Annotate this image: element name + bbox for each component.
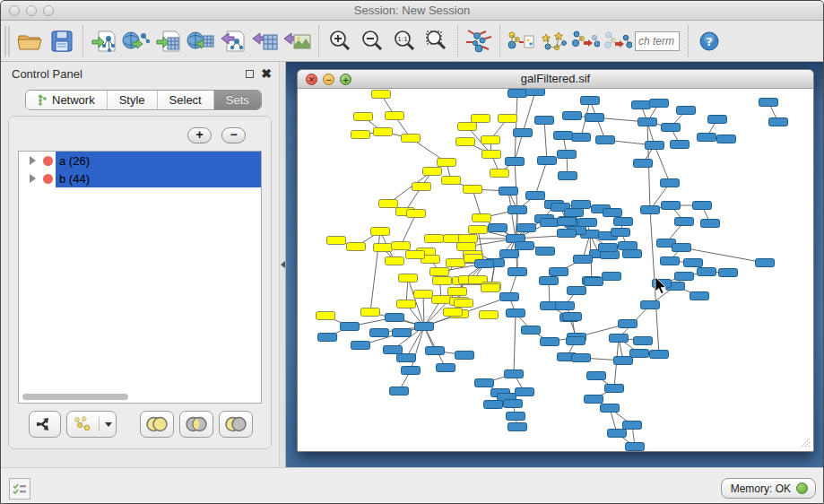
frame-zoom-icon[interactable]: + bbox=[340, 74, 351, 85]
tab-sets[interactable]: Sets bbox=[214, 91, 261, 109]
graph-node-yellow[interactable] bbox=[412, 183, 431, 191]
graph-node-blue[interactable] bbox=[596, 136, 615, 144]
graph-node-blue[interactable] bbox=[514, 129, 533, 137]
union-button[interactable] bbox=[140, 411, 174, 438]
graph-node-blue[interactable] bbox=[538, 157, 557, 165]
graph-node-blue[interactable] bbox=[558, 230, 577, 238]
graph-node-blue[interactable] bbox=[581, 97, 600, 105]
graph-node-blue[interactable] bbox=[574, 256, 593, 264]
graph-node-yellow[interactable] bbox=[458, 123, 477, 131]
graph-node-blue[interactable] bbox=[585, 114, 604, 122]
graph-node-blue[interactable] bbox=[698, 134, 716, 142]
graph-node-blue[interactable] bbox=[437, 364, 455, 372]
graph-node-yellow[interactable] bbox=[386, 257, 404, 265]
graph-node-blue[interactable] bbox=[475, 379, 494, 387]
graph-node-blue[interactable] bbox=[623, 250, 642, 258]
graph-node-blue[interactable] bbox=[572, 201, 591, 209]
graph-node-blue[interactable] bbox=[522, 326, 541, 335]
graph-node-blue[interactable] bbox=[614, 357, 633, 365]
graph-node-blue[interactable] bbox=[671, 141, 690, 149]
export-network-button[interactable] bbox=[217, 24, 249, 58]
graph-node-yellow[interactable] bbox=[459, 235, 478, 243]
graph-node-yellow[interactable] bbox=[374, 128, 393, 136]
graph-node-blue[interactable] bbox=[675, 218, 694, 226]
graph-node-blue[interactable] bbox=[508, 423, 527, 431]
graph-node-blue[interactable] bbox=[370, 329, 389, 337]
graph-node-yellow[interactable] bbox=[432, 296, 451, 304]
graph-node-yellow[interactable] bbox=[438, 159, 456, 167]
resize-grip-icon[interactable] bbox=[797, 435, 811, 449]
zoom-actual-size-button[interactable]: 1:1 bbox=[388, 24, 421, 58]
tab-select[interactable]: Select bbox=[158, 91, 214, 109]
graph-node-yellow[interactable] bbox=[361, 308, 380, 317]
graph-node-yellow[interactable] bbox=[480, 311, 499, 319]
graph-node-blue[interactable] bbox=[506, 158, 525, 166]
graph-edge[interactable] bbox=[535, 161, 547, 196]
graph-node-blue[interactable] bbox=[599, 244, 618, 252]
graph-node-blue[interactable] bbox=[605, 385, 624, 393]
graph-node-blue[interactable] bbox=[701, 220, 720, 228]
graph-node-blue[interactable] bbox=[603, 273, 621, 281]
expand-caret-icon[interactable] bbox=[30, 156, 36, 165]
collapse-panel-handle[interactable] bbox=[281, 261, 285, 268]
graph-node-blue[interactable] bbox=[585, 395, 603, 404]
frame-minimize-icon[interactable]: − bbox=[323, 74, 334, 85]
graph-node-yellow[interactable] bbox=[423, 168, 442, 176]
graph-node-yellow[interactable] bbox=[327, 237, 346, 245]
graph-node-blue[interactable] bbox=[484, 401, 503, 409]
graph-node-blue[interactable] bbox=[684, 259, 703, 267]
graph-node-yellow[interactable] bbox=[371, 228, 390, 236]
graph-node-yellow[interactable] bbox=[482, 151, 501, 159]
open-session-button[interactable] bbox=[13, 24, 46, 58]
graph-node-blue[interactable] bbox=[508, 206, 527, 214]
graph-node-blue[interactable] bbox=[650, 100, 669, 108]
graph-node-yellow[interactable] bbox=[464, 186, 482, 194]
add-set-button[interactable]: + bbox=[187, 127, 212, 143]
graph-node-yellow[interactable] bbox=[414, 291, 433, 299]
graph-node-yellow[interactable] bbox=[347, 243, 366, 251]
graph-node-blue[interactable] bbox=[341, 323, 360, 331]
graph-node-blue[interactable] bbox=[661, 179, 680, 187]
help-button[interactable]: ? bbox=[693, 24, 725, 58]
graph-node-blue[interactable] bbox=[630, 350, 649, 358]
graph-node-blue[interactable] bbox=[650, 351, 669, 359]
graph-node-blue[interactable] bbox=[402, 367, 421, 375]
graph-node-blue[interactable] bbox=[572, 134, 591, 142]
graph-node-blue[interactable] bbox=[641, 206, 660, 214]
intersection-button[interactable] bbox=[179, 411, 213, 438]
create-set-button[interactable] bbox=[66, 411, 117, 438]
graph-node-yellow[interactable] bbox=[448, 288, 467, 296]
graph-node-yellow[interactable] bbox=[379, 200, 398, 208]
graph-node-blue[interactable] bbox=[603, 209, 622, 217]
network-view-window[interactable]: ✕ − + galFiltered.sif bbox=[297, 69, 814, 452]
graph-node-blue[interactable] bbox=[556, 302, 575, 310]
graph-node-blue[interactable] bbox=[587, 372, 606, 380]
import-table-from-url-button[interactable] bbox=[185, 24, 217, 58]
graph-node-yellow[interactable] bbox=[455, 300, 473, 308]
graph-node-blue[interactable] bbox=[693, 202, 712, 210]
graph-node-blue[interactable] bbox=[540, 277, 559, 285]
graph-node-blue[interactable] bbox=[662, 124, 681, 132]
graph-edge[interactable] bbox=[655, 145, 670, 183]
graph-node-blue[interactable] bbox=[619, 320, 638, 328]
graph-node-blue[interactable] bbox=[677, 107, 696, 115]
graph-node-yellow[interactable] bbox=[386, 112, 404, 120]
list-item-set-b[interactable]: b (44) bbox=[19, 169, 261, 187]
graph-node-blue[interactable] bbox=[489, 224, 507, 232]
panel-splitter[interactable] bbox=[279, 62, 286, 467]
difference-button[interactable] bbox=[219, 411, 253, 438]
hide-selected-button[interactable] bbox=[569, 24, 602, 58]
dropdown-arrow-icon[interactable] bbox=[105, 422, 112, 427]
graph-node-blue[interactable] bbox=[550, 268, 568, 276]
export-image-button[interactable] bbox=[282, 24, 314, 58]
graph-node-yellow[interactable] bbox=[457, 243, 476, 251]
graph-node-blue[interactable] bbox=[626, 443, 645, 451]
zoom-selected-region-button[interactable] bbox=[421, 24, 453, 58]
graph-node-blue[interactable] bbox=[541, 338, 559, 346]
graph-node-yellow[interactable] bbox=[473, 214, 491, 222]
graph-node-blue[interactable] bbox=[769, 118, 788, 126]
graph-node-blue[interactable] bbox=[572, 354, 591, 362]
graph-node-blue[interactable] bbox=[526, 89, 545, 96]
graph-node-blue[interactable] bbox=[536, 248, 555, 256]
tab-style[interactable]: Style bbox=[108, 91, 158, 109]
